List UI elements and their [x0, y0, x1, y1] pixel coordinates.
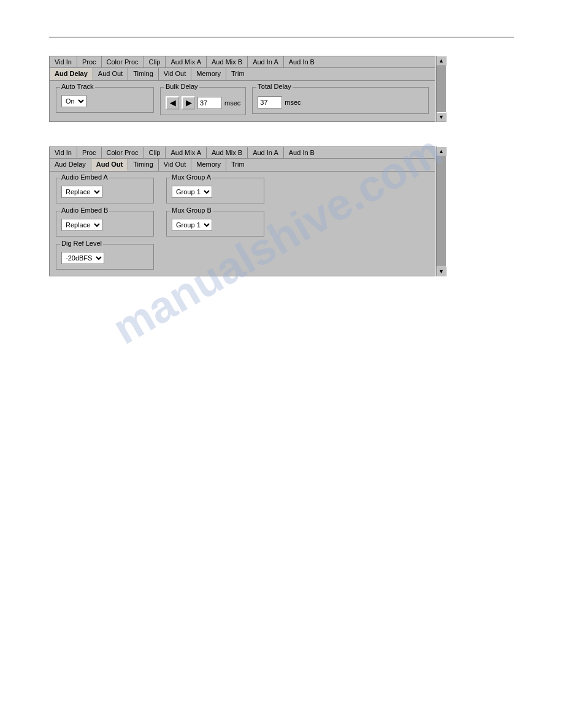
audio-embed-b-group: Audio Embed B Replace Pass Off: [56, 211, 154, 237]
page-container: manualshive.com Vid In Proc Color Proc C…: [0, 0, 563, 728]
p2-tab-aud-out[interactable]: Aud Out: [91, 159, 128, 171]
audio-embed-a-inner: Replace Pass Off: [61, 186, 148, 198]
scroll-track: [437, 66, 446, 112]
tab-aud-in-b[interactable]: Aud In B: [284, 56, 320, 67]
mux-group-b-select[interactable]: Group 1 Group 2 Group 3 Group 4: [172, 219, 212, 231]
mux-group-b-legend: Mux Group B: [170, 207, 213, 214]
dig-ref-level-inner: -20dBFS -18dBFS -16dBFS: [61, 252, 148, 264]
p2-tab-clip[interactable]: Clip: [144, 147, 166, 158]
audio-embed-a-legend: Audio Embed A: [60, 173, 109, 181]
auto-track-inner: On Off: [61, 95, 148, 107]
p2-tab-aud-in-a[interactable]: Aud In A: [248, 147, 284, 158]
tab-aud-in-a[interactable]: Aud In A: [248, 56, 284, 67]
dig-ref-level-select[interactable]: -20dBFS -18dBFS -16dBFS: [61, 252, 104, 264]
panel1-scrollbar: ▲ ▼: [436, 56, 446, 122]
audio-embed-b-legend: Audio Embed B: [60, 207, 109, 214]
p2-tab-trim[interactable]: Trim: [226, 159, 250, 171]
scroll-down-arrow[interactable]: ▼: [437, 112, 446, 122]
panel2-tab-row1: Vid In Proc Color Proc Clip Aud Mix A Au…: [50, 147, 435, 159]
bulk-delay-group: Bulk Delay ◀ ▶ 37 msec: [160, 87, 246, 115]
tab-aud-out[interactable]: Aud Out: [93, 68, 128, 80]
bulk-delay-unit: msec: [224, 99, 240, 107]
audio-embed-a-select[interactable]: Replace Pass Off: [61, 186, 102, 198]
panel1-content: Auto Track On Off Bulk Delay: [50, 81, 435, 121]
scroll-up-arrow[interactable]: ▲: [437, 56, 446, 66]
p2-tab-color-proc[interactable]: Color Proc: [102, 147, 144, 158]
p2-tab-vid-out[interactable]: Vid Out: [159, 159, 192, 171]
tab-color-proc[interactable]: Color Proc: [102, 56, 144, 67]
p2-scroll-track: [437, 156, 446, 267]
bulk-delay-legend: Bulk Delay: [164, 83, 199, 90]
panel1-tab-row1: Vid In Proc Color Proc Clip Aud Mix A Au…: [50, 56, 435, 68]
total-delay-row: 37 msec: [258, 96, 423, 108]
panel1-fieldset-row: Auto Track On Off Bulk Delay: [56, 87, 429, 115]
panel1: Vid In Proc Color Proc Clip Aud Mix A Au…: [49, 56, 435, 122]
panel2-tab-row2: Aud Delay Aud Out Timing Vid Out Memory …: [50, 159, 435, 172]
mux-group-a-inner: Group 1 Group 2 Group 3 Group 4: [172, 186, 259, 198]
dig-ref-level-group: Dig Ref Level -20dBFS -18dBFS -16dBFS: [56, 244, 154, 270]
total-delay-input[interactable]: 37: [258, 96, 282, 108]
panel2-wrapper: Vid In Proc Color Proc Clip Aud Mix A Au…: [49, 146, 435, 276]
bulk-delay-input[interactable]: 37: [197, 97, 222, 109]
tab-trim[interactable]: Trim: [226, 68, 250, 80]
panel2-two-col: Audio Embed A Replace Pass Off: [56, 178, 429, 270]
tab-clip[interactable]: Clip: [144, 56, 166, 67]
p2-tab-timing[interactable]: Timing: [128, 159, 159, 171]
second-section: Vid In Proc Color Proc Clip Aud Mix A Au…: [49, 146, 514, 276]
p2-tab-aud-mix-a[interactable]: Aud Mix A: [166, 147, 207, 158]
panel2-content: Audio Embed A Replace Pass Off: [50, 172, 435, 276]
p2-tab-proc[interactable]: Proc: [77, 147, 102, 158]
bulk-delay-right-btn[interactable]: ▶: [182, 96, 195, 110]
p2-tab-aud-delay[interactable]: Aud Delay: [50, 159, 91, 171]
tab-vid-out[interactable]: Vid Out: [159, 68, 192, 80]
p2-scroll-down-arrow[interactable]: ▼: [437, 267, 446, 276]
bulk-delay-row: ◀ ▶ 37 msec: [166, 96, 240, 110]
audio-embed-a-group: Audio Embed A Replace Pass Off: [56, 178, 154, 203]
p2-tab-vid-in[interactable]: Vid In: [50, 147, 77, 158]
auto-track-legend: Auto Track: [60, 83, 95, 90]
tab-memory[interactable]: Memory: [191, 68, 226, 80]
top-rule: [49, 37, 514, 37]
panel2-left-col: Audio Embed A Replace Pass Off: [56, 178, 154, 270]
mux-group-a-select[interactable]: Group 1 Group 2 Group 3 Group 4: [172, 186, 212, 198]
p2-tab-aud-in-b[interactable]: Aud In B: [284, 147, 320, 158]
panel2-scrollbar: ▲ ▼: [436, 146, 446, 276]
tab-aud-mix-b[interactable]: Aud Mix B: [207, 56, 248, 67]
p2-tab-aud-mix-b[interactable]: Aud Mix B: [207, 147, 248, 158]
p2-tab-memory[interactable]: Memory: [191, 159, 226, 171]
mux-group-a-group: Mux Group A Group 1 Group 2 Group 3 Grou…: [166, 178, 264, 203]
bulk-delay-left-btn[interactable]: ◀: [166, 96, 179, 110]
audio-embed-b-inner: Replace Pass Off: [61, 219, 148, 231]
total-delay-legend: Total Delay: [256, 83, 292, 90]
tab-aud-delay[interactable]: Aud Delay: [50, 68, 93, 80]
dig-ref-level-legend: Dig Ref Level: [60, 240, 103, 247]
p2-scroll-up-arrow[interactable]: ▲: [437, 146, 446, 156]
total-delay-unit: msec: [285, 99, 301, 106]
tab-timing[interactable]: Timing: [128, 68, 159, 80]
audio-embed-b-select[interactable]: Replace Pass Off: [61, 219, 102, 231]
mux-group-a-legend: Mux Group A: [170, 173, 212, 181]
auto-track-select-wrapper: On Off: [61, 95, 148, 107]
tab-vid-in[interactable]: Vid In: [50, 56, 77, 67]
panel1-wrapper: Vid In Proc Color Proc Clip Aud Mix A Au…: [49, 56, 435, 122]
tab-proc[interactable]: Proc: [77, 56, 102, 67]
auto-track-select[interactable]: On Off: [61, 95, 86, 107]
total-delay-group: Total Delay 37 msec: [252, 87, 429, 114]
auto-track-group: Auto Track On Off: [56, 87, 154, 113]
tab-aud-mix-a[interactable]: Aud Mix A: [166, 56, 207, 67]
panel1-tab-row2: Aud Delay Aud Out Timing Vid Out Memory …: [50, 68, 435, 81]
panel2: Vid In Proc Color Proc Clip Aud Mix A Au…: [49, 146, 435, 276]
panel2-right-col: Mux Group A Group 1 Group 2 Group 3 Grou…: [166, 178, 264, 270]
mux-group-b-group: Mux Group B Group 1 Group 2 Group 3 Grou…: [166, 211, 264, 237]
mux-group-b-inner: Group 1 Group 2 Group 3 Group 4: [172, 219, 259, 231]
